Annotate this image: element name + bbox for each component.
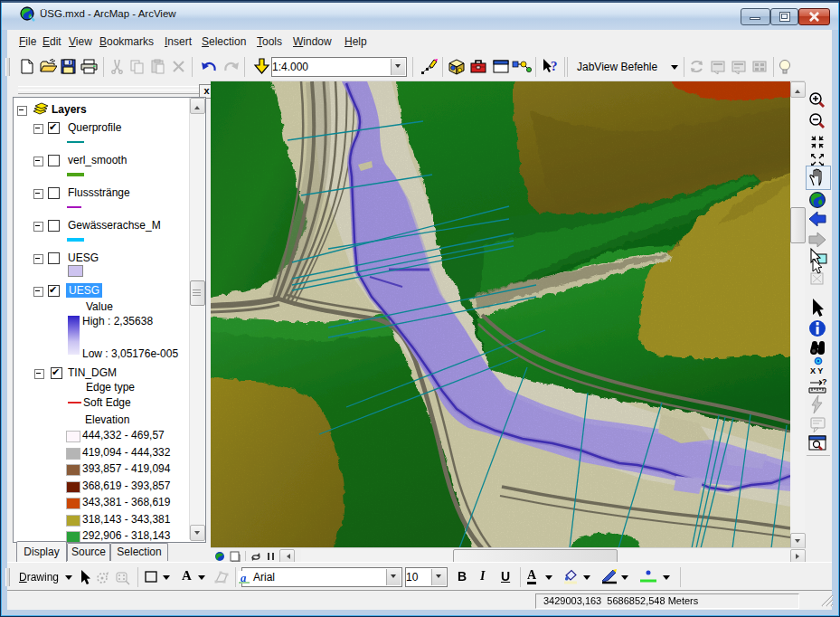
- svg-text:X Y: X Y: [810, 366, 823, 375]
- svg-text:?: ?: [822, 377, 827, 386]
- svg-text:a: a: [241, 571, 247, 584]
- svg-text:?: ?: [551, 59, 558, 73]
